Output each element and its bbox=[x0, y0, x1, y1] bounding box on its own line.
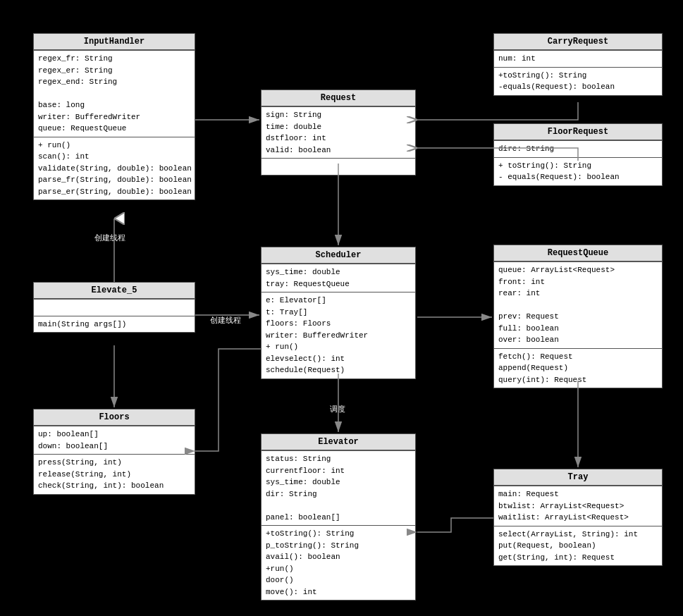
class-section-tray-1: select(ArrayList, String): intput(Reques… bbox=[494, 526, 662, 566]
class-requestqueue: RequestQueuequeue: ArrayList<Request>fro… bbox=[493, 245, 663, 388]
class-line: - equals(Request): boolean bbox=[498, 171, 658, 183]
class-title-scheduler: Scheduler bbox=[261, 247, 415, 264]
class-line: dstfloor: int bbox=[266, 133, 411, 144]
class-section-elevator-1: +toString(): Stringp_toString(): Stringa… bbox=[261, 525, 415, 600]
class-line: rear: int bbox=[498, 288, 658, 300]
class-line: fetch(): Request bbox=[498, 351, 658, 363]
class-line: query(int): Request bbox=[498, 374, 658, 386]
class-line: num: int bbox=[498, 53, 658, 65]
class-section-floors-0: up: boolean[]down: boolean[] bbox=[34, 426, 195, 454]
class-section-inputhandler-1: + run()scan(): intvalidate(String, doubl… bbox=[34, 137, 195, 200]
class-line: main(String args[]) bbox=[38, 319, 190, 331]
class-title-elevator: Elevator bbox=[261, 434, 415, 450]
class-line: valid: boolean bbox=[266, 144, 411, 156]
class-line: writer: BufferedWriter bbox=[38, 111, 190, 123]
class-section-floorrequest-0: dire: String bbox=[494, 140, 662, 157]
class-line: + run() bbox=[38, 140, 190, 152]
class-section-scheduler-0: sys_time: doubletray: RequestQueue bbox=[261, 264, 415, 292]
class-line: schedule(Request) bbox=[266, 364, 411, 376]
class-title-floorrequest: FloorRequest bbox=[494, 124, 662, 140]
class-line: writer: BufferedWriter bbox=[266, 330, 411, 342]
class-line: prev: Request bbox=[498, 311, 658, 323]
class-line: release(String, int) bbox=[38, 469, 190, 481]
class-line bbox=[38, 302, 190, 314]
class-title-carryrequest: CarryRequest bbox=[494, 34, 662, 50]
class-line: get(String, int): Request bbox=[498, 552, 658, 564]
class-request: Requestsign: Stringtime: doubledstfloor:… bbox=[261, 90, 416, 175]
class-title-request: Request bbox=[261, 90, 415, 106]
class-line: + run() bbox=[266, 341, 411, 353]
class-line: t: Tray[] bbox=[266, 307, 411, 319]
class-line: over: boolean bbox=[498, 334, 658, 346]
class-line: sys_time: double bbox=[266, 266, 411, 278]
class-inputhandler: InputHandlerregex_fr: Stringregex_er: St… bbox=[33, 33, 195, 200]
class-line: queue: RequestQueue bbox=[38, 123, 190, 135]
class-tray: Traymain: Requestbtwlist: ArrayList<Requ… bbox=[493, 469, 663, 566]
class-section-carryrequest-1: +toString(): String-equals(Request): boo… bbox=[494, 67, 662, 95]
class-line: validate(String, double): boolean bbox=[38, 163, 190, 175]
class-line: parse_er(String, double): boolean bbox=[38, 186, 190, 198]
class-section-floors-1: press(String, int)release(String, int)ch… bbox=[34, 454, 195, 494]
class-line: tray: RequestQueue bbox=[266, 278, 411, 290]
class-line: floors: Floors bbox=[266, 318, 411, 330]
class-line: put(Request, boolean) bbox=[498, 540, 658, 552]
class-line: full: boolean bbox=[498, 323, 658, 335]
class-line: append(Request) bbox=[498, 362, 658, 374]
class-line: dir: String bbox=[266, 488, 411, 500]
class-floors: Floorsup: boolean[]down: boolean[]press(… bbox=[33, 409, 195, 495]
class-line bbox=[266, 500, 411, 512]
class-line: status: String bbox=[266, 453, 411, 465]
class-section-request-0: sign: Stringtime: doubledstfloor: intval… bbox=[261, 106, 415, 158]
class-section-elevator-0: status: Stringcurrentfloor: intsys_time:… bbox=[261, 450, 415, 525]
class-section-scheduler-1: e: Elevator[]t: Tray[]floors: Floorswrit… bbox=[261, 292, 415, 378]
class-section-elevate5-0 bbox=[34, 299, 195, 316]
class-line: +toString(): String bbox=[498, 70, 658, 82]
class-elevate5: Elevate_5 main(String args[]) bbox=[33, 282, 195, 333]
class-line: regex_er: String bbox=[38, 65, 190, 77]
class-line: queue: ArrayList<Request> bbox=[498, 264, 658, 276]
class-line: elevselect(): int bbox=[266, 353, 411, 365]
class-line: currentfloor: int bbox=[266, 465, 411, 477]
class-line bbox=[38, 88, 190, 100]
class-line: scan(): int bbox=[38, 151, 190, 163]
class-line: select(ArrayList, String): int bbox=[498, 529, 658, 541]
class-line: main: Request bbox=[498, 488, 658, 500]
class-title-tray: Tray bbox=[494, 469, 662, 486]
class-line: +run() bbox=[266, 563, 411, 575]
class-floorrequest: FloorRequestdire: String+ toString(): St… bbox=[493, 123, 663, 186]
class-carryrequest: CarryRequestnum: int+toString(): String-… bbox=[493, 33, 663, 96]
class-section-requestqueue-1: fetch(): Requestappend(Request)query(int… bbox=[494, 348, 662, 388]
class-line: dire: String bbox=[498, 143, 658, 155]
class-line: panel: boolean[] bbox=[266, 512, 411, 524]
class-section-floorrequest-1: + toString(): String- equals(Request): b… bbox=[494, 157, 662, 185]
class-line: parse_fr(String, double): boolean bbox=[38, 174, 190, 186]
class-line: btwlist: ArrayList<Request> bbox=[498, 500, 658, 512]
class-line: sign: String bbox=[266, 109, 411, 121]
class-title-requestqueue: RequestQueue bbox=[494, 245, 662, 261]
class-line: time: double bbox=[266, 121, 411, 133]
class-line: sys_time: double bbox=[266, 476, 411, 488]
class-line: avail(): boolean bbox=[266, 551, 411, 563]
class-line: check(String, int): boolean bbox=[38, 480, 190, 492]
class-section-request-1 bbox=[261, 158, 415, 175]
class-line: p_toString(): String bbox=[266, 540, 411, 552]
class-line: + toString(): String bbox=[498, 160, 658, 172]
diagram-label-0: 创建线程 bbox=[94, 233, 125, 243]
class-title-elevate5: Elevate_5 bbox=[34, 283, 195, 299]
class-line: base: long bbox=[38, 99, 190, 111]
class-line: e: Elevator[] bbox=[266, 295, 411, 307]
class-section-carryrequest-0: num: int bbox=[494, 50, 662, 67]
class-section-elevate5-1: main(String args[]) bbox=[34, 316, 195, 333]
class-title-inputhandler: InputHandler bbox=[34, 34, 195, 50]
class-line bbox=[498, 300, 658, 312]
class-line: -equals(Request): boolean bbox=[498, 81, 658, 93]
class-line: front: int bbox=[498, 276, 658, 288]
class-elevator: Elevatorstatus: Stringcurrentfloor: ints… bbox=[261, 433, 416, 600]
class-line: waitlist: ArrayList<Request> bbox=[498, 512, 658, 524]
class-line: move(): int bbox=[266, 586, 411, 598]
class-line bbox=[266, 161, 411, 173]
diagram-label-2: 调度 bbox=[330, 404, 345, 414]
class-line: down: boolean[] bbox=[38, 441, 190, 452]
class-line: press(String, int) bbox=[38, 457, 190, 469]
class-scheduler: Schedulersys_time: doubletray: RequestQu… bbox=[261, 247, 416, 379]
